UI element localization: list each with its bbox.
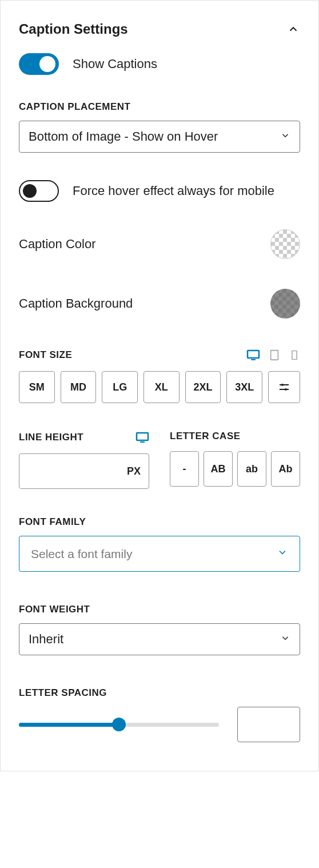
caption-placement-label: Caption Placement bbox=[19, 101, 300, 113]
font-family-select[interactable]: Select a font family bbox=[19, 536, 300, 572]
font-weight-select[interactable]: Inherit bbox=[19, 623, 300, 655]
line-height-input[interactable]: PX bbox=[19, 453, 149, 489]
font-size-buttons: SM MD LG XL 2XL 3XL bbox=[19, 371, 300, 403]
svg-rect-0 bbox=[248, 351, 259, 358]
letter-case-col: Letter Case - AB ab Ab bbox=[170, 431, 300, 489]
device-selector bbox=[246, 348, 300, 362]
font-size-3xl[interactable]: 3XL bbox=[226, 371, 262, 403]
toggle-knob bbox=[39, 56, 55, 72]
letter-spacing-label: Letter Spacing bbox=[19, 687, 300, 699]
letter-spacing-input[interactable] bbox=[237, 707, 300, 742]
line-height-unit: PX bbox=[127, 465, 141, 477]
font-size-2xl[interactable]: 2XL bbox=[185, 371, 221, 403]
letter-case-lower[interactable]: ab bbox=[237, 451, 266, 487]
caption-placement-select[interactable]: Bottom of Image - Show on Hover bbox=[19, 121, 300, 153]
line-lettercase-row: Line Height PX Letter Case - AB ab Ab bbox=[19, 431, 300, 489]
force-hover-label: Force hover effect always for mobile bbox=[73, 182, 274, 200]
swatch-overlay bbox=[270, 289, 300, 318]
tablet-icon[interactable] bbox=[268, 349, 281, 361]
svg-rect-1 bbox=[251, 359, 256, 360]
chevron-down-icon bbox=[280, 129, 290, 144]
font-family-placeholder: Select a font family bbox=[31, 547, 132, 561]
letter-case-cap[interactable]: Ab bbox=[271, 451, 300, 487]
font-weight-value: Inherit bbox=[29, 632, 63, 647]
caption-background-label: Caption Background bbox=[19, 296, 133, 311]
force-hover-row: Force hover effect always for mobile bbox=[19, 180, 300, 202]
letter-case-upper[interactable]: AB bbox=[204, 451, 233, 487]
caption-settings-panel: Caption Settings Show Captions Caption P… bbox=[0, 0, 319, 771]
caption-placement-value: Bottom of Image - Show on Hover bbox=[29, 129, 218, 144]
letter-case-label: Letter Case bbox=[170, 431, 241, 442]
caption-color-swatch[interactable] bbox=[270, 229, 300, 259]
caption-color-row: Caption Color bbox=[19, 229, 300, 259]
letter-spacing-row bbox=[19, 707, 300, 742]
font-size-label: Font Size bbox=[19, 349, 72, 361]
letter-spacing-slider[interactable] bbox=[19, 718, 219, 731]
line-height-head: Line Height bbox=[19, 431, 149, 444]
font-size-md[interactable]: MD bbox=[61, 371, 97, 403]
panel-title: Caption Settings bbox=[19, 21, 128, 37]
show-captions-toggle[interactable] bbox=[19, 53, 59, 75]
letter-case-none[interactable]: - bbox=[170, 451, 199, 487]
font-size-lg[interactable]: LG bbox=[102, 371, 138, 403]
font-size-head: Font Size bbox=[19, 348, 300, 362]
chevron-down-icon bbox=[280, 632, 290, 647]
font-family-label: Font Family bbox=[19, 516, 300, 528]
desktop-icon[interactable] bbox=[135, 431, 149, 444]
font-size-sm[interactable]: SM bbox=[19, 371, 55, 403]
caption-background-swatch[interactable] bbox=[270, 289, 300, 318]
letter-case-head: Letter Case bbox=[170, 431, 300, 442]
toggle-knob bbox=[23, 184, 37, 198]
panel-header[interactable]: Caption Settings bbox=[19, 1, 300, 53]
letter-case-buttons: - AB ab Ab bbox=[170, 451, 300, 487]
collapse-icon[interactable] bbox=[286, 22, 300, 36]
font-size-custom[interactable] bbox=[268, 371, 300, 403]
svg-rect-2 bbox=[271, 351, 278, 360]
line-height-col: Line Height PX bbox=[19, 431, 149, 489]
caption-color-label: Caption Color bbox=[19, 237, 96, 252]
mobile-icon[interactable] bbox=[289, 349, 300, 361]
svg-rect-9 bbox=[140, 441, 145, 443]
svg-rect-3 bbox=[292, 351, 297, 360]
desktop-icon[interactable] bbox=[246, 348, 260, 362]
font-size-xl[interactable]: XL bbox=[143, 371, 180, 403]
font-weight-label: Font Weight bbox=[19, 604, 300, 615]
slider-thumb[interactable] bbox=[112, 718, 126, 731]
caption-background-row: Caption Background bbox=[19, 289, 300, 318]
svg-rect-8 bbox=[137, 433, 148, 440]
chevron-down-icon bbox=[277, 547, 288, 561]
slider-fill bbox=[19, 723, 119, 727]
show-captions-row: Show Captions bbox=[19, 53, 300, 75]
line-height-label: Line Height bbox=[19, 432, 83, 443]
force-hover-toggle[interactable] bbox=[19, 180, 59, 202]
show-captions-label: Show Captions bbox=[73, 55, 157, 73]
